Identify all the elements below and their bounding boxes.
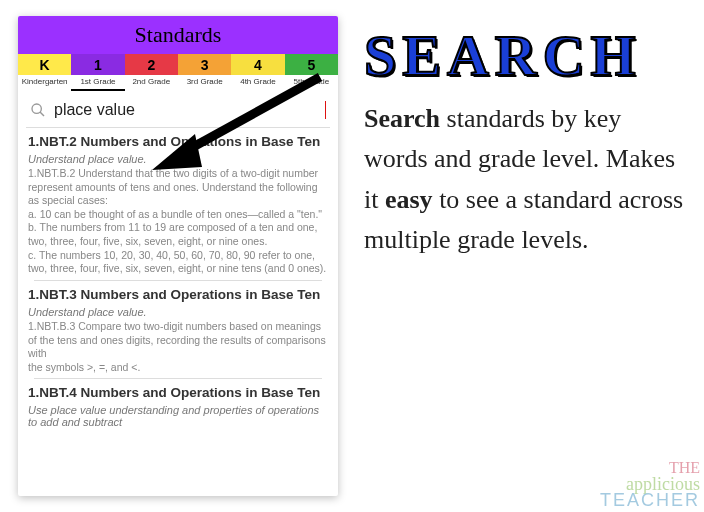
text-cursor [325, 101, 326, 119]
grade-tab-3[interactable]: 3 3rd Grade [178, 54, 231, 91]
grade-tab-k[interactable]: K Kindergarten [18, 54, 71, 91]
watermark-line: TEACHER [600, 492, 700, 508]
standards-app: Standards K Kindergarten 1 1st Grade 2 2… [18, 16, 338, 496]
grade-tab-num: K [18, 54, 71, 75]
grade-tab-num: 2 [125, 54, 178, 75]
watermark-logo: THE applicious TEACHER [600, 461, 700, 508]
svg-line-1 [40, 112, 44, 116]
promo-headline: SEARCH [364, 22, 684, 89]
search-results: 1.NBT.2 Numbers and Operations in Base T… [18, 128, 338, 496]
promo-body: Search standards by key words and grade … [364, 99, 684, 260]
grade-tab-2[interactable]: 2 2nd Grade [125, 54, 178, 91]
grade-tab-num: 5 [285, 54, 338, 75]
search-icon [30, 102, 46, 118]
grade-tab-1[interactable]: 1 1st Grade [71, 54, 124, 91]
promo-em-easy: easy [385, 185, 433, 214]
grade-tab-label: 2nd Grade [125, 75, 178, 89]
grade-tab-num: 4 [231, 54, 284, 75]
grade-tab-num: 3 [178, 54, 231, 75]
result-desc: 1.NBT.B.3 Compare two two-digit numbers … [28, 320, 328, 375]
app-title: Standards [18, 16, 338, 54]
grade-tab-num: 1 [71, 54, 124, 75]
grade-tab-5[interactable]: 5 5th Grade [285, 54, 338, 91]
result-subtitle: Use place value understanding and proper… [28, 404, 328, 428]
grade-tab-label: 1st Grade [71, 75, 124, 91]
result-desc: 1.NBT.B.2 Understand that the two digits… [28, 167, 328, 276]
result-item[interactable]: 1.NBT.4 Numbers and Operations in Base T… [26, 379, 330, 434]
result-item[interactable]: 1.NBT.3 Numbers and Operations in Base T… [26, 281, 330, 378]
result-item[interactable]: 1.NBT.2 Numbers and Operations in Base T… [26, 128, 330, 280]
search-input[interactable] [54, 101, 323, 119]
result-title: 1.NBT.3 Numbers and Operations in Base T… [28, 287, 328, 304]
promo-panel: SEARCH Search standards by key words and… [338, 0, 704, 512]
grade-tab-label: Kindergarten [18, 75, 71, 89]
grade-tab-4[interactable]: 4 4th Grade [231, 54, 284, 91]
grade-tab-label: 3rd Grade [178, 75, 231, 89]
result-subtitle: Understand place value. [28, 306, 328, 318]
result-title: 1.NBT.2 Numbers and Operations in Base T… [28, 134, 328, 151]
svg-point-0 [32, 104, 41, 113]
grade-tab-label: 5th Grade [285, 75, 338, 89]
promo-em-search: Search [364, 104, 440, 133]
result-subtitle: Understand place value. [28, 153, 328, 165]
grade-tabs: K Kindergarten 1 1st Grade 2 2nd Grade 3… [18, 54, 338, 91]
result-title: 1.NBT.4 Numbers and Operations in Base T… [28, 385, 328, 402]
search-row [18, 91, 338, 127]
grade-tab-label: 4th Grade [231, 75, 284, 89]
